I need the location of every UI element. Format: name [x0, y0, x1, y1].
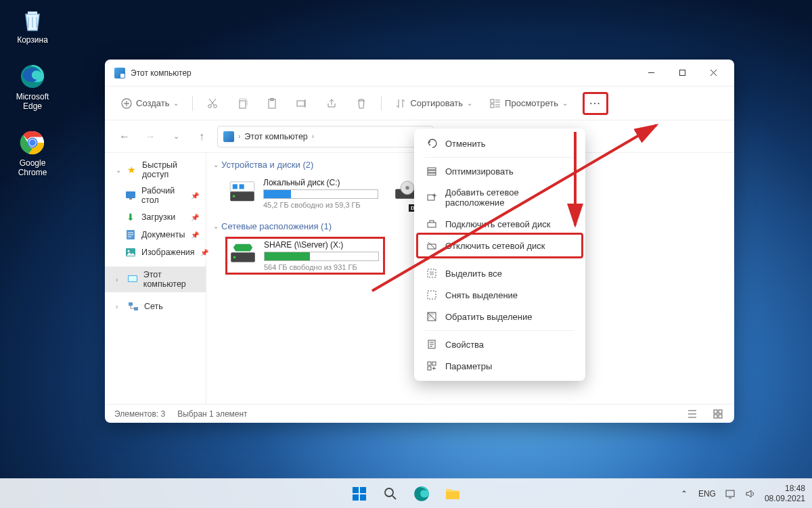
star-icon: ★: [127, 164, 137, 175]
more-icon: ···: [590, 98, 602, 108]
svg-rect-34: [714, 410, 717, 413]
system-tray: ⌃ ENG 18:48 08.09.2021: [678, 484, 805, 504]
sidebar-item-documents[interactable]: Документы 📌: [105, 226, 206, 244]
more-button[interactable]: ···: [583, 92, 608, 115]
cut-button[interactable]: [200, 92, 225, 115]
svg-rect-61: [726, 490, 734, 497]
sort-icon: [395, 98, 406, 109]
invert-selection-icon: [426, 311, 437, 322]
svg-rect-42: [428, 223, 436, 227]
ctx-item-label: Обратить выделение: [445, 312, 532, 322]
svg-rect-22: [129, 302, 133, 306]
sidebar-item-desktop[interactable]: Рабочий стол 📌: [105, 183, 206, 208]
svg-rect-16: [129, 198, 132, 200]
clock-date: 08.09.2021: [765, 494, 805, 504]
chevron-right-icon: ›: [116, 276, 122, 283]
details-view-button[interactable]: [685, 407, 699, 421]
new-button[interactable]: Создать ⌄: [114, 92, 185, 115]
svg-rect-12: [297, 101, 304, 106]
desktop-icon-label: Google Chrome: [8, 158, 57, 177]
sidebar-item-label: Этот компьютер: [143, 270, 199, 289]
disconnect-drive-icon: [426, 240, 437, 251]
start-button[interactable]: [346, 480, 373, 507]
svg-rect-49: [428, 362, 431, 365]
svg-rect-60: [446, 492, 459, 499]
ctx-item-map-drive[interactable]: Подключить сетевой диск: [418, 213, 581, 235]
select-all-icon: [426, 268, 437, 279]
sidebar-item-label: Рабочий стол: [141, 186, 185, 205]
svg-rect-5: [679, 70, 685, 76]
paste-button[interactable]: [259, 92, 285, 115]
separator: [425, 330, 574, 331]
maximize-button[interactable]: [667, 62, 698, 84]
chevron-down-icon: ⌄: [173, 99, 179, 107]
volume-tray-icon[interactable]: [744, 488, 757, 500]
back-button[interactable]: ←: [114, 126, 135, 147]
copy-icon: [237, 98, 248, 109]
ctx-item-options[interactable]: Параметры: [418, 355, 581, 377]
svg-point-8: [214, 104, 217, 108]
sidebar-item-this-pc[interactable]: › Этот компьютер: [105, 267, 206, 292]
svg-rect-9: [240, 101, 246, 108]
pictures-icon: [125, 247, 136, 258]
language-indicator[interactable]: ENG: [698, 489, 716, 499]
search-button[interactable]: [377, 480, 404, 507]
taskbar-explorer[interactable]: [439, 480, 466, 507]
titlebar[interactable]: Этот компьютер: [105, 60, 734, 87]
svg-rect-14: [491, 104, 494, 108]
svg-point-19: [128, 250, 130, 252]
sort-button[interactable]: Сортировать ⌄: [388, 92, 479, 115]
ctx-item-select-none[interactable]: Снять выделение: [418, 284, 581, 306]
sidebar-item-quick-access[interactable]: ⌄ ★ Быстрый доступ: [105, 157, 206, 183]
desktop-icon-recycle-bin[interactable]: Корзина: [8, 5, 57, 45]
clock[interactable]: 18:48 08.09.2021: [765, 484, 805, 504]
svg-point-58: [385, 488, 393, 497]
network-tray-icon[interactable]: [724, 488, 736, 500]
forward-button[interactable]: →: [140, 126, 160, 147]
delete-button[interactable]: [348, 92, 374, 115]
map-drive-icon: [426, 218, 437, 229]
sidebar-item-pictures[interactable]: Изображения 📌: [105, 244, 206, 261]
up-button[interactable]: ↑: [191, 126, 212, 147]
add-network-icon: [426, 192, 437, 203]
tiles-view-button[interactable]: [711, 407, 725, 421]
ctx-item-disconnect-drive[interactable]: Отключить сетевой диск: [416, 233, 583, 258]
taskbar-edge[interactable]: [408, 480, 435, 507]
svg-rect-26: [233, 184, 238, 189]
sidebar: ⌄ ★ Быстрый доступ Рабочий стол 📌 ⬇ Загр…: [105, 153, 206, 404]
rename-button[interactable]: [289, 92, 315, 115]
edge-icon: [18, 62, 47, 91]
tray-chevron-icon[interactable]: ⌃: [678, 488, 690, 500]
view-button[interactable]: Просмотреть ⌄: [483, 92, 574, 115]
ctx-item-select-all[interactable]: Выделить все: [418, 262, 581, 284]
documents-icon: [125, 229, 136, 240]
address-bar[interactable]: › Этот компьютер ›: [217, 126, 434, 147]
svg-point-31: [405, 186, 409, 189]
drive-item-share-x[interactable]: SHARE (\\Server) (X:) 564 ГБ свободно из…: [225, 237, 385, 275]
minimize-button[interactable]: [635, 62, 667, 84]
svg-rect-45: [430, 271, 434, 275]
desktop-icon-edge[interactable]: Microsoft Edge: [8, 62, 57, 111]
svg-rect-55: [360, 487, 366, 493]
ctx-item-properties[interactable]: Свойства: [418, 333, 581, 355]
sidebar-item-network[interactable]: › Сеть: [105, 298, 206, 315]
rename-icon: [296, 98, 307, 109]
ctx-item-undo[interactable]: Отменить: [418, 133, 581, 154]
desktop-icon-chrome[interactable]: Google Chrome: [8, 129, 57, 177]
chevron-down-icon: ⌄: [213, 161, 219, 168]
ctx-item-add-net-location[interactable]: Добавить сетевое расположение: [418, 182, 581, 213]
copy-button[interactable]: [229, 92, 255, 115]
share-button[interactable]: [319, 92, 344, 115]
ctx-item-invert-selection[interactable]: Обратить выделение: [418, 306, 581, 327]
breadcrumb-item[interactable]: Этот компьютер: [244, 132, 307, 141]
drive-free-text: 45,2 ГБ свободно из 59,3 ГБ: [263, 201, 378, 209]
recent-button[interactable]: ⌄: [166, 126, 186, 147]
undo-icon: [426, 138, 437, 149]
clock-time: 18:48: [765, 484, 805, 494]
svg-point-7: [208, 104, 212, 108]
ctx-item-optimize[interactable]: Оптимизировать: [418, 160, 581, 182]
sidebar-item-downloads[interactable]: ⬇ Загрузки 📌: [105, 208, 206, 226]
cut-icon: [207, 98, 218, 109]
close-button[interactable]: [698, 62, 729, 84]
drive-item-local-c[interactable]: Локальный диск (C:) 45,2 ГБ свободно из …: [225, 175, 381, 212]
